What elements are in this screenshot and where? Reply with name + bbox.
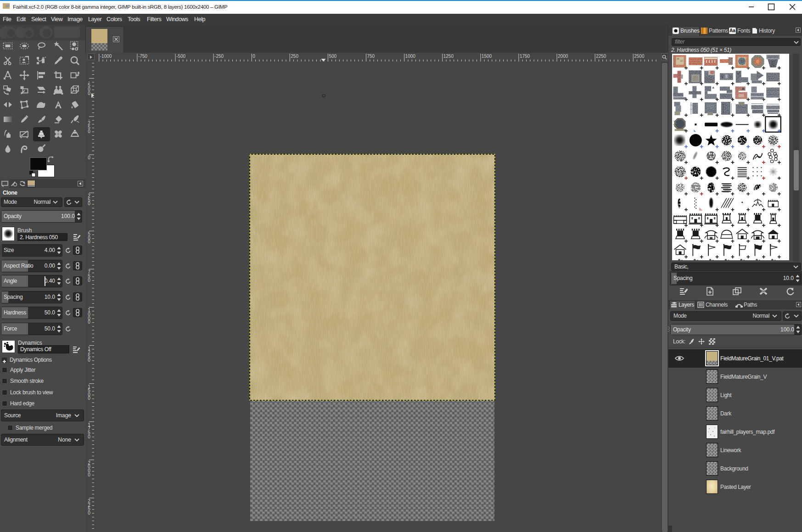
svg-text:0: 0 [88, 396, 90, 401]
svg-text:-1000: -1000 [100, 54, 112, 59]
svg-text:1500: 1500 [482, 54, 492, 59]
svg-text:0: 0 [88, 239, 90, 244]
svg-text:-750: -750 [138, 54, 147, 59]
svg-text:2250: 2250 [596, 54, 606, 59]
svg-text:0: 0 [88, 510, 90, 515]
svg-text:0: 0 [88, 155, 90, 160]
svg-text:1250: 1250 [443, 54, 454, 59]
svg-text:0: 0 [88, 319, 90, 325]
svg-text:1000: 1000 [405, 54, 416, 59]
svg-text:250: 250 [291, 54, 298, 59]
svg-text:1750: 1750 [520, 54, 530, 59]
svg-text:-500: -500 [176, 54, 185, 59]
svg-text:2500: 2500 [634, 54, 645, 59]
svg-text:0: 0 [88, 358, 90, 363]
svg-text:0: 0 [88, 472, 90, 477]
svg-text:-250: -250 [214, 54, 224, 59]
svg-text:0: 0 [88, 201, 90, 206]
svg-text:0: 0 [88, 91, 90, 96]
svg-text:0: 0 [252, 54, 255, 59]
svg-text:0: 0 [88, 434, 90, 439]
svg-text:500: 500 [329, 54, 337, 59]
svg-text:0: 0 [88, 278, 90, 283]
svg-text:0: 0 [88, 129, 90, 134]
svg-text:2000: 2000 [558, 54, 568, 59]
svg-text:750: 750 [367, 54, 375, 59]
